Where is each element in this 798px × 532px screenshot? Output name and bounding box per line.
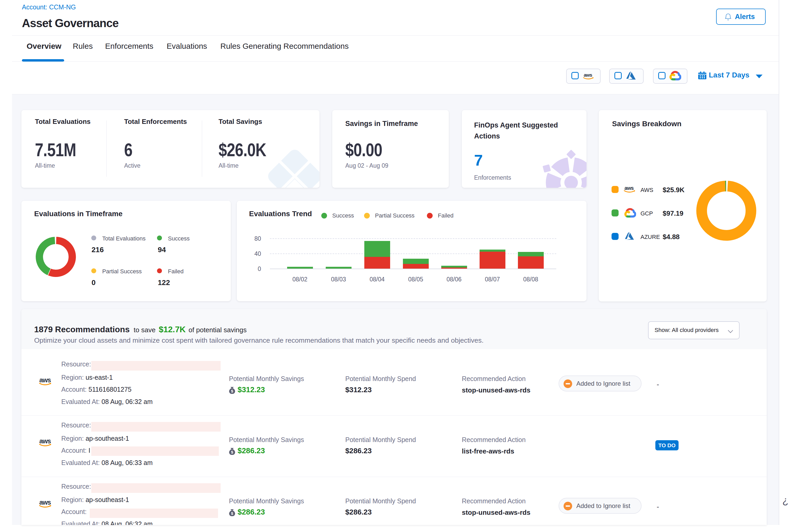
svg-text:aws: aws — [624, 185, 634, 191]
svg-text:aws: aws — [39, 499, 51, 506]
svg-text:$: $ — [231, 450, 233, 454]
svg-text:$: $ — [231, 511, 233, 516]
svg-text:$: $ — [231, 389, 233, 393]
svg-text:aws: aws — [39, 437, 51, 445]
svg-text:aws: aws — [39, 376, 51, 384]
svg-text:aws: aws — [584, 72, 592, 78]
